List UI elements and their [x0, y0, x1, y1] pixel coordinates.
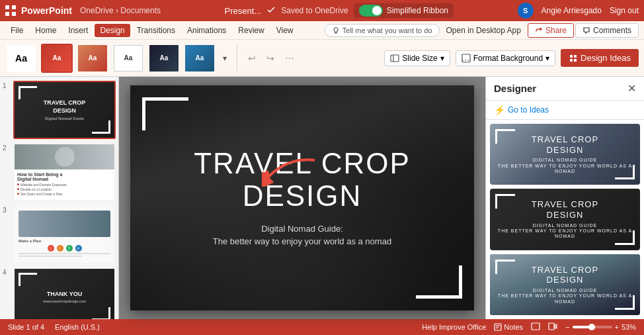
zoom-level-text: 53% [622, 323, 636, 331]
ribbon: Aa Aa Aa Aa Aa Aa ▾ ↩ ↪ ⋯ Slide Size ▾ F… [0, 40, 644, 77]
status-bar: Slide 1 of 4 English (U.S.) Help Improve… [0, 319, 644, 335]
svg-rect-11 [574, 59, 577, 62]
theme-1[interactable]: Aa [41, 44, 73, 73]
menu-animations[interactable]: Animations [182, 24, 231, 37]
save-status: Saved to OneDrive [281, 6, 348, 15]
simplified-ribbon-toggle-container: Simplified Ribbon [354, 3, 454, 18]
slide-img-4[interactable]: THANK YOU www.travelcropdesign.com [13, 267, 116, 319]
slide-img-3[interactable]: Make a Plan 1 2 3 4 [13, 205, 116, 263]
zoom-controls: − + 53% [565, 323, 636, 331]
notes-label: Notes [504, 323, 523, 331]
ribbon-actions: ↩ ↪ ⋯ [244, 50, 298, 66]
menu-bar: File Home Insert Design Transitions Anim… [0, 21, 644, 40]
deco-bottom-right [416, 265, 462, 299]
simplified-ribbon-toggle[interactable] [359, 5, 383, 17]
save-status-icon [266, 5, 276, 17]
designer-header: Designer ✕ [486, 77, 644, 101]
notes-button[interactable]: Notes [494, 323, 523, 331]
help-text[interactable]: Help Improve Office [422, 323, 486, 331]
deco-top-left [142, 97, 188, 130]
username: Angie Arriesgado [542, 6, 602, 15]
format-bg-label: Format Background [473, 54, 543, 63]
comments-label: Comments [593, 26, 631, 35]
status-right: Help Improve Office Notes − + 53% [422, 322, 636, 332]
user-avatar: S [518, 3, 534, 19]
app-name: PowerPoint [21, 5, 72, 16]
notes-icon [494, 323, 502, 331]
menu-review[interactable]: Review [233, 24, 269, 37]
share-button[interactable]: Share [528, 23, 574, 38]
slide-img-1[interactable]: TRAVEL CROPDESIGN Digital Nomad Guide [13, 81, 116, 139]
menu-file[interactable]: File [5, 24, 28, 37]
menu-home[interactable]: Home [30, 24, 61, 37]
title-bar: PowerPoint OneDrive › Documents Present.… [0, 0, 644, 21]
theme-2[interactable]: Aa [77, 44, 108, 73]
menu-design[interactable]: Design [95, 24, 130, 37]
more-button[interactable]: ⋯ [281, 50, 298, 66]
theme-3[interactable]: Aa [112, 44, 144, 73]
share-icon [535, 26, 543, 34]
go-to-ideas-button[interactable]: ⚡ Go to Ideas [486, 101, 644, 120]
view-normal-icon[interactable] [531, 322, 540, 332]
comments-button[interactable]: Comments [575, 23, 639, 38]
design-card-3[interactable]: TRAVEL CROPDESIGN Digital Nomad GuideThe… [490, 254, 640, 315]
status-left: Slide 1 of 4 English (U.S.) [8, 323, 100, 331]
theme-5[interactable]: Aa [184, 44, 216, 73]
theme-4[interactable]: Aa [148, 44, 180, 73]
menu-view[interactable]: View [271, 24, 299, 37]
view-slideshow-icon[interactable] [548, 322, 557, 332]
undo-button[interactable]: ↩ [244, 50, 260, 66]
svg-rect-5 [391, 55, 399, 62]
toggle-thumb [372, 6, 382, 15]
theme-aa[interactable]: Aa [5, 44, 37, 73]
svg-rect-10 [570, 59, 573, 62]
slide-num-4: 4 [3, 267, 11, 276]
sign-out-button[interactable]: Sign out [610, 6, 639, 15]
designer-title: Designer [494, 83, 536, 94]
zoom-slider[interactable] [573, 326, 612, 328]
slide-title: TRAVEL CROP DESIGN [194, 148, 411, 212]
design-card-2[interactable]: TRAVEL CROPDESIGN Digital Nomad GuideThe… [490, 189, 640, 250]
more-themes-button[interactable]: ▾ [220, 44, 230, 73]
go-to-ideas-label: Go to Ideas [508, 105, 549, 115]
menu-insert[interactable]: Insert [63, 24, 93, 37]
slide-num-1: 1 [3, 81, 11, 89]
slide-size-label: Slide Size [402, 54, 437, 63]
slide-thumb-2[interactable]: 2 How to Start Being aDigital Nomad Webs… [3, 143, 116, 201]
slide-num-2: 2 [3, 143, 11, 152]
design-card-2-text: TRAVEL CROPDESIGN Digital Nomad GuideThe… [490, 199, 640, 239]
slide-size-button[interactable]: Slide Size ▾ [384, 50, 450, 66]
svg-rect-9 [574, 55, 577, 58]
redo-button[interactable]: ↪ [262, 50, 278, 66]
canvas-area: TRAVEL CROP DESIGN Digital Nomad Guide: … [119, 77, 485, 319]
main-area: 1 TRAVEL CROPDESIGN Digital Nomad Guide … [0, 77, 644, 319]
menu-transitions[interactable]: Transitions [132, 24, 181, 37]
svg-rect-17 [532, 323, 540, 330]
svg-rect-20 [555, 327, 557, 328]
zoom-out-button[interactable]: − [565, 323, 569, 331]
zoom-in-button[interactable]: + [615, 323, 619, 331]
tell-me-text: Tell me what you want to do [342, 26, 432, 34]
simplified-ribbon-label: Simplified Ribbon [387, 6, 448, 15]
svg-rect-18 [549, 323, 554, 330]
format-background-button[interactable]: Format Background ▾ [456, 50, 555, 66]
slide-img-2[interactable]: How to Start Being aDigital Nomad Websit… [13, 143, 116, 201]
design-card-1[interactable]: TRAVEL CROPDESIGN Digital Nomad GuideThe… [490, 124, 640, 185]
tell-me-input[interactable]: Tell me what you want to do [325, 24, 440, 37]
slide-thumb-4[interactable]: 4 THANK YOU www.travelcropdesign.com [3, 267, 116, 319]
language: English (U.S.) [55, 323, 100, 331]
slide-thumb-1[interactable]: 1 TRAVEL CROPDESIGN Digital Nomad Guide [3, 81, 116, 139]
svg-rect-7 [462, 54, 470, 62]
svg-rect-1 [12, 5, 16, 9]
designer-close-button[interactable]: ✕ [627, 82, 636, 95]
slide-panel: 1 TRAVEL CROPDESIGN Digital Nomad Guide … [0, 77, 119, 319]
apps-grid-icon[interactable] [5, 5, 16, 16]
open-desktop-button[interactable]: Open in Desktop App [441, 24, 526, 37]
svg-rect-8 [570, 55, 573, 58]
ribbon-right: Slide Size ▾ Format Background ▾ Design … [384, 49, 639, 67]
lightning-icon: ⚡ [494, 105, 505, 115]
comments-icon [583, 26, 590, 34]
design-ideas-label: Design Ideas [581, 53, 631, 63]
design-ideas-button[interactable]: Design Ideas [561, 49, 639, 67]
slide-thumb-3[interactable]: 3 Make a Plan 1 2 3 4 [3, 205, 116, 263]
